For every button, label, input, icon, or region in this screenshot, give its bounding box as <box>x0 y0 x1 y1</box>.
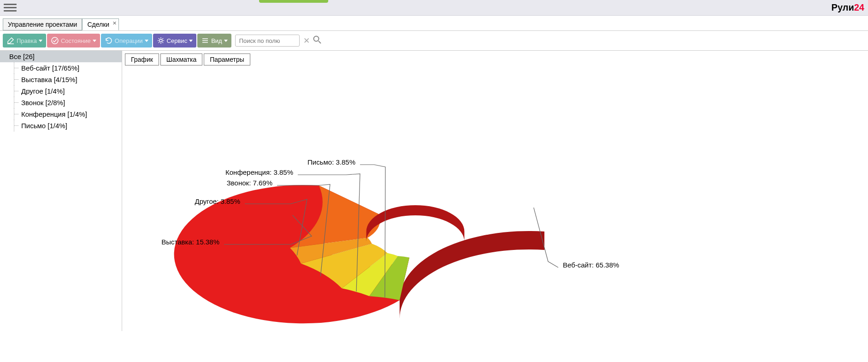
pie-svg: Веб-сайт: 65.38%Выставка: 15.38%Другое: … <box>125 70 724 328</box>
subtab-board[interactable]: Шахматка <box>160 53 202 65</box>
tree-label: Все [26] <box>9 53 35 60</box>
chevron-down-icon <box>93 40 96 42</box>
pie-label: Звонок: 7.69% <box>227 179 272 187</box>
chevron-down-icon <box>145 40 148 42</box>
brand-suffix: 24 <box>854 2 864 12</box>
main-tabs: Управление проектами Сделки ✕ <box>0 16 868 30</box>
tree-item[interactable]: Конференция [1/4%] <box>0 108 122 120</box>
svg-point-0 <box>52 37 58 44</box>
menu-icon[interactable] <box>4 2 17 13</box>
subtab-params[interactable]: Параметры <box>204 53 250 65</box>
top-accent <box>259 0 328 3</box>
tree-item[interactable]: Веб-сайт [17/65%] <box>0 62 122 74</box>
content-area: График Шахматка Параметры Веб-сайт: 65.3… <box>122 51 868 331</box>
pie-label: Письмо: 3.85% <box>307 158 355 166</box>
tree-label: Звонок [2/8%] <box>21 99 65 107</box>
pie-label: Конференция: 3.85% <box>225 168 293 176</box>
button-label: Сервис <box>167 37 188 44</box>
tab-deals[interactable]: Сделки ✕ <box>82 18 119 30</box>
tree-label: Конференция [1/4%] <box>21 110 87 118</box>
chevron-down-icon <box>189 40 193 42</box>
clear-search-icon[interactable]: ✕ <box>303 36 310 46</box>
edit-icon <box>6 36 15 45</box>
sidebar-tree: Все [26] Веб-сайт [17/65%] Выставка [4/1… <box>0 51 122 331</box>
tree-item[interactable]: Другое [1/4%] <box>0 85 122 97</box>
subtab-label: Шахматка <box>166 56 196 63</box>
svg-point-2 <box>313 36 319 41</box>
close-icon[interactable]: ✕ <box>112 20 117 26</box>
search-input[interactable] <box>235 35 300 47</box>
button-label: Операции <box>115 37 143 44</box>
button-label: Состояние <box>61 37 91 44</box>
service-button[interactable]: Сервис <box>153 34 197 47</box>
tree-root[interactable]: Все [26] <box>0 51 122 62</box>
gear-icon <box>157 36 165 45</box>
tab-project-management[interactable]: Управление проектами <box>3 18 82 30</box>
check-circle-icon <box>51 36 59 45</box>
status-button[interactable]: Состояние <box>47 34 100 47</box>
edit-button[interactable]: Правка <box>3 34 46 47</box>
tree-label: Письмо [1/4%] <box>21 122 67 130</box>
subtab-chart[interactable]: График <box>125 53 159 65</box>
subtab-label: График <box>131 56 153 63</box>
search-icon[interactable] <box>313 35 322 47</box>
tree-item[interactable]: Письмо [1/4%] <box>0 120 122 131</box>
pie-chart: Веб-сайт: 65.38%Выставка: 15.38%Другое: … <box>125 70 865 328</box>
subtab-label: Параметры <box>210 56 244 63</box>
tree-item[interactable]: Звонок [2/8%] <box>0 97 122 108</box>
chevron-down-icon <box>39 40 42 42</box>
svg-point-1 <box>159 39 162 42</box>
tab-label: Управление проектами <box>8 21 77 28</box>
sub-tabs: График Шахматка Параметры <box>125 53 865 65</box>
toolbar: Правка Состояние Операции Сервис Вид ✕ <box>0 30 868 50</box>
pie-label: Другое: 3.85% <box>195 197 240 205</box>
refresh-icon <box>105 36 113 45</box>
tree-label: Другое [1/4%] <box>21 87 65 95</box>
operations-button[interactable]: Операции <box>101 34 152 47</box>
button-label: Правка <box>17 37 37 44</box>
tab-label: Сделки <box>87 21 109 28</box>
chevron-down-icon <box>224 40 228 42</box>
tree-label: Веб-сайт [17/65%] <box>21 64 79 72</box>
list-icon <box>201 36 209 45</box>
brand-name: Рули <box>832 2 854 12</box>
brand-logo: Рули24 <box>832 2 864 13</box>
button-label: Вид <box>211 37 222 44</box>
tree-label: Выставка [4/15%] <box>21 76 77 83</box>
pie-label: Выставка: 15.38% <box>161 238 219 246</box>
pie-label: Веб-сайт: 65.38% <box>563 261 619 269</box>
view-button[interactable]: Вид <box>197 34 231 47</box>
tree-item[interactable]: Выставка [4/15%] <box>0 74 122 85</box>
